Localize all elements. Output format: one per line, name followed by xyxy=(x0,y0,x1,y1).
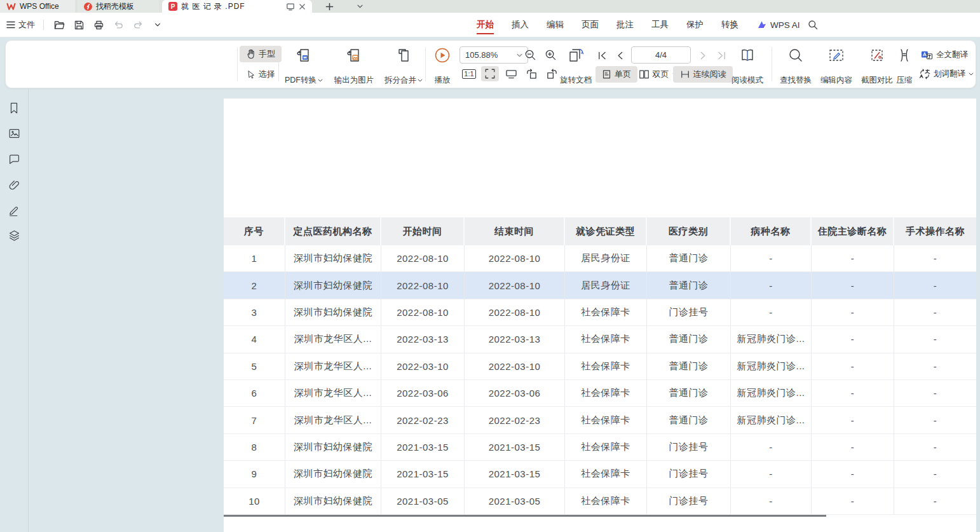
redo-button[interactable] xyxy=(131,18,145,32)
table-cell: 社会保障卡 xyxy=(565,461,647,488)
table-cell: 普通门诊 xyxy=(647,353,731,380)
table-row: 10深圳市妇幼保健院2021-03-052021-03-05社会保障卡门诊挂号-… xyxy=(224,488,976,515)
table-cell: 2021-03-15 xyxy=(465,461,565,488)
attachments-panel-button[interactable] xyxy=(6,177,22,192)
file-menu-button[interactable]: 文件 xyxy=(6,19,35,31)
table-row: 3深圳市妇幼保健院2022-08-102022-08-10社会保障卡门诊挂号--… xyxy=(224,299,976,326)
table-cell: 7 xyxy=(224,407,285,433)
page-number-input[interactable]: 4/4 xyxy=(631,46,691,64)
table-cell: 社会保障卡 xyxy=(565,407,647,433)
table-cell: 2022-03-13 xyxy=(381,326,465,353)
print-button[interactable] xyxy=(92,18,105,32)
divider xyxy=(237,47,238,81)
table-cell: - xyxy=(731,299,812,326)
table-cell: - xyxy=(812,299,894,326)
pdf-file-icon: P xyxy=(168,2,177,11)
hand-tool-button[interactable]: 手型 xyxy=(240,46,282,62)
menu-search-button[interactable] xyxy=(806,18,820,32)
menu-home[interactable]: 开始 xyxy=(468,13,503,37)
last-page-button[interactable] xyxy=(714,48,729,63)
table-row: 2深圳市妇幼保健院2022-08-102022-08-10居民身份证普通门诊--… xyxy=(224,272,976,299)
table-cell: 2022-08-10 xyxy=(381,245,465,272)
records-table-body: 1深圳市妇幼保健院2022-08-102022-08-10居民身份证普通门诊--… xyxy=(224,245,976,515)
export-image-button[interactable]: 输出为图片 xyxy=(327,44,381,90)
hand-icon xyxy=(246,49,255,59)
zoom-level-select[interactable]: 105.88% xyxy=(459,46,528,64)
close-tab-icon[interactable] xyxy=(299,3,306,10)
wps-logo-icon xyxy=(6,3,16,11)
read-mode-button[interactable]: 阅读模式 xyxy=(728,44,767,90)
tab-document-pdf[interactable]: P 就 医 记 录 .PDF xyxy=(162,0,312,13)
continuous-read-button[interactable]: 连续阅读 xyxy=(673,66,733,83)
select-tool-button[interactable]: 选择 xyxy=(240,66,282,83)
rotate-document-label: 旋转文档 xyxy=(560,75,592,86)
cursor-icon xyxy=(247,70,255,79)
menu-insert[interactable]: 插入 xyxy=(503,13,538,37)
table-cell: 深圳市妇幼保健院 xyxy=(285,434,381,461)
first-page-button[interactable] xyxy=(594,48,609,63)
tab-docer-templates[interactable]: 找稻壳模板 xyxy=(78,0,159,13)
table-cell: - xyxy=(812,380,894,407)
table-header-cell: 住院主诊断名称 xyxy=(812,217,894,245)
rotate-document-button[interactable]: 旋转文档 xyxy=(556,44,595,90)
wps-ai-button[interactable]: WPS AI xyxy=(758,13,800,37)
open-file-button[interactable] xyxy=(52,18,66,32)
folder-open-icon xyxy=(54,20,65,30)
table-cell: 门诊挂号 xyxy=(647,434,731,461)
compress-button[interactable]: 压缩 xyxy=(890,44,918,90)
screen-share-icon[interactable] xyxy=(286,3,295,11)
previous-page-button[interactable] xyxy=(612,48,627,63)
table-cell: - xyxy=(894,407,976,433)
actual-size-button[interactable]: 1:1 xyxy=(461,66,477,81)
find-replace-icon xyxy=(788,46,803,64)
next-page-button[interactable] xyxy=(696,48,711,63)
table-row: 7深圳市龙华区人...2022-02-232022-02-23社会保障卡普通门诊… xyxy=(224,407,976,433)
table-cell: 8 xyxy=(224,434,285,461)
fit-page-icon xyxy=(484,68,496,79)
play-button[interactable]: 播放 xyxy=(428,44,457,90)
menu-page[interactable]: 页面 xyxy=(573,13,608,37)
table-cell: 1 xyxy=(224,245,285,272)
save-button[interactable] xyxy=(72,18,86,32)
word-translate-button[interactable]: 划词翻译 xyxy=(919,66,974,81)
table-cell: 2022-03-10 xyxy=(465,353,565,380)
edit-content-button[interactable]: 编辑内容 xyxy=(817,44,856,90)
table-cell: - xyxy=(894,245,976,272)
layers-panel-button[interactable] xyxy=(6,228,22,243)
rotate-left-button[interactable] xyxy=(523,66,540,81)
comments-panel-button[interactable] xyxy=(6,151,22,167)
fit-width-button[interactable] xyxy=(503,66,519,81)
bookmarks-panel-button[interactable] xyxy=(6,100,22,116)
tab-list-chevron-icon[interactable] xyxy=(346,0,373,13)
quick-access-chevron-icon[interactable] xyxy=(151,18,165,32)
full-translate-button[interactable]: 全文翻译 xyxy=(921,47,968,62)
tab-wps-office[interactable]: WPS Office xyxy=(0,0,75,13)
continuous-read-icon xyxy=(680,70,690,79)
wps-ai-icon xyxy=(758,20,767,29)
full-translate-label: 全文翻译 xyxy=(936,50,968,60)
pdf-convert-button[interactable]: PDF转换 xyxy=(280,44,327,90)
find-replace-button[interactable]: 查找替换 xyxy=(776,44,815,90)
signature-panel-button[interactable] xyxy=(6,202,22,217)
table-cell: 社会保障卡 xyxy=(565,299,647,326)
menu-convert[interactable]: 转换 xyxy=(712,13,747,37)
table-row: 9深圳市妇幼保健院2021-03-152021-03-15社会保障卡门诊挂号--… xyxy=(224,461,976,488)
menu-protect[interactable]: 保护 xyxy=(677,13,712,37)
fit-page-button[interactable] xyxy=(481,66,499,81)
undo-button[interactable] xyxy=(111,18,125,32)
table-cell: 5 xyxy=(224,353,285,380)
split-merge-button[interactable]: 拆分合并 xyxy=(379,44,428,90)
table-row: 6深圳市龙华区人...2022-03-062022-03-06社会保障卡普通门诊… xyxy=(224,380,976,407)
table-cell: - xyxy=(812,326,894,353)
single-page-button[interactable]: 单页 xyxy=(595,66,637,83)
menu-tools[interactable]: 工具 xyxy=(643,13,677,37)
menu-edit[interactable]: 编辑 xyxy=(538,13,573,37)
zoom-out-button[interactable] xyxy=(522,47,538,62)
search-icon xyxy=(808,20,818,30)
tab-label: WPS Office xyxy=(20,2,59,11)
thumbnails-panel-button[interactable] xyxy=(6,126,22,141)
new-tab-button[interactable] xyxy=(312,0,346,13)
printer-icon xyxy=(94,20,104,30)
menu-comment[interactable]: 批注 xyxy=(608,13,643,37)
double-page-label: 双页 xyxy=(653,69,669,80)
